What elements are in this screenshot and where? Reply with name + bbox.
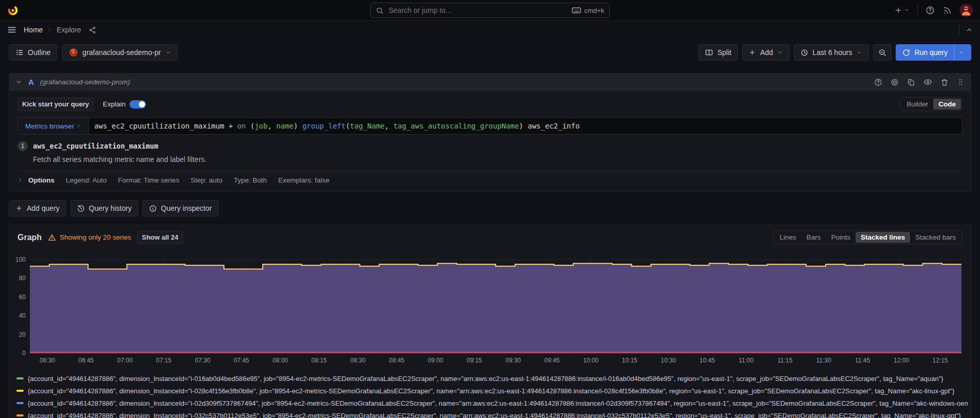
time-range-picker[interactable]: Last 6 hours [794,44,869,61]
search-shortcut: cmd+k [572,7,604,14]
chevron-down-icon [856,49,862,56]
outline-button[interactable]: Outline [9,44,57,61]
x-tick-label: 09:15 [466,357,482,364]
expression-token: ) [519,122,528,130]
x-tick-label: 09:30 [505,357,521,364]
mode-points[interactable]: Points [826,232,856,243]
chevron-up-icon[interactable] [966,26,973,33]
x-tick-label: 08:00 [273,357,288,364]
series-color-marker [16,414,24,416]
breadcrumb-home[interactable]: Home [24,26,43,34]
zoom-out-icon [878,48,886,57]
expression-token: tag_aws_autoscaling_groupName [393,122,519,130]
mode-stacked-bars[interactable]: Stacked bars [910,232,961,243]
eye-icon[interactable] [923,78,932,86]
x-tick-label: 10:30 [661,357,676,364]
chevron-down-icon [165,49,171,56]
run-query-dropdown[interactable] [954,45,965,60]
share-icon[interactable] [88,26,96,34]
query-expression[interactable]: aws_ec2_cpuutilization_maximum + on (job… [88,118,962,134]
add-button[interactable]: Add [742,44,790,61]
datasource-logo-icon [69,48,78,57]
y-tick-label: 20 [19,331,26,338]
mode-bars[interactable]: Bars [802,232,826,243]
expression-token: on [237,122,246,130]
options-toggle[interactable]: Options [17,176,55,184]
x-tick-label: 11:15 [777,357,792,364]
x-tick-label: 08:15 [311,357,326,364]
help-icon[interactable] [925,6,935,15]
grafana-logo-icon[interactable] [7,5,19,16]
datasource-picker[interactable]: grafanacloud-sedemo-pr [62,44,178,61]
query-row-header[interactable]: A (grafanacloud-sedemo-prom) [9,74,971,91]
chevron-right-icon [76,123,81,129]
x-tick-label: 09:45 [544,357,559,364]
series-label: {account_id="494614287886", dimension_In… [28,412,961,418]
y-tick-label: 40 [19,312,26,319]
legend-row[interactable]: {account_id="494614287886", dimension_In… [16,409,968,418]
split-columns-icon [705,48,713,57]
builder-mode-option[interactable]: Builder [901,99,933,110]
metrics-browser-link[interactable]: Metrics browser [18,118,88,134]
x-tick-label: 08:45 [389,357,404,364]
series-color-marker [16,402,24,404]
query-options-row: Options Legend: Auto Format: Time series… [17,171,963,184]
news-rss-icon[interactable] [942,6,952,15]
y-tick-label: 100 [15,256,26,263]
split-button[interactable]: Split [698,44,738,61]
x-tick-label: 06:30 [40,357,55,364]
keyboard-icon [572,7,581,14]
top-nav: cmd+k [0,0,980,21]
x-tick-label: 07:15 [156,357,171,364]
series-label: {account_id="494614287886", dimension_In… [28,387,954,395]
global-search[interactable]: cmd+k [370,3,610,18]
mode-stacked-lines[interactable]: Stacked lines [856,232,910,243]
legend-row[interactable]: {account_id="494614287886", dimension_In… [16,372,968,385]
chevron-right-icon [17,177,23,183]
trash-icon[interactable] [940,78,949,86]
search-input[interactable] [388,6,572,15]
kick-start-button[interactable]: Kick start your query [17,98,94,111]
add-query-button[interactable]: Add query [9,200,66,216]
y-tick-label: 0 [22,350,26,357]
query-ref-id[interactable]: A [28,78,34,86]
legend-row[interactable]: {account_id="494614287886", dimension_In… [16,397,968,409]
new-menu-button[interactable] [894,6,910,14]
copy-icon[interactable] [907,78,915,86]
user-avatar[interactable] [959,4,973,17]
graph-canvas[interactable]: 02040608010006:3006:4507:0007:1507:3007:… [12,249,965,369]
help-icon[interactable] [874,78,882,86]
search-icon [376,7,384,14]
option-legend: Legend: Auto [66,176,107,184]
code-mode-option[interactable]: Code [933,99,961,110]
x-tick-label: 10:45 [699,357,715,364]
expression-token: ( [246,122,255,130]
run-query-button[interactable]: Run query [896,44,971,61]
mega-menu-icon[interactable] [7,25,16,34]
series-color-marker [16,390,24,392]
query-datasource-hint: (grafanacloud-sedemo-prom) [40,78,130,86]
stacked-area [30,263,961,353]
query-explanation: 1 aws_ec2_cpuutilization_maximum Fetch a… [17,141,963,163]
expression-token: , [385,122,393,130]
explain-toggle[interactable] [130,100,146,108]
option-type: Type: Both [233,176,267,184]
graph-panel: Graph Showing only 20 series Show all 24… [9,225,971,418]
query-history-button[interactable]: Query history [70,200,138,216]
legend-row[interactable]: {account_id="494614287886", dimension_In… [16,385,968,397]
x-tick-label: 08:30 [350,357,366,364]
info-circle-icon [149,205,157,212]
divider [959,25,959,35]
mode-lines[interactable]: Lines [774,232,801,243]
outline-list-icon [15,48,24,57]
zoom-out-button[interactable] [873,44,892,61]
collapse-chevron-icon[interactable] [15,79,22,85]
disable-query-icon[interactable] [891,78,899,86]
drag-handle-icon[interactable] [957,78,965,86]
expression-token: aws_ec2_info [528,122,579,130]
explain-description: Fetch all series matching metric name an… [33,155,963,163]
plus-icon [15,205,23,212]
show-all-series-button[interactable]: Show all 24 [137,231,183,244]
query-field: Metrics browser aws_ec2_cpuutilization_m… [17,117,963,135]
query-inspector-button[interactable]: Query inspector [142,200,219,216]
